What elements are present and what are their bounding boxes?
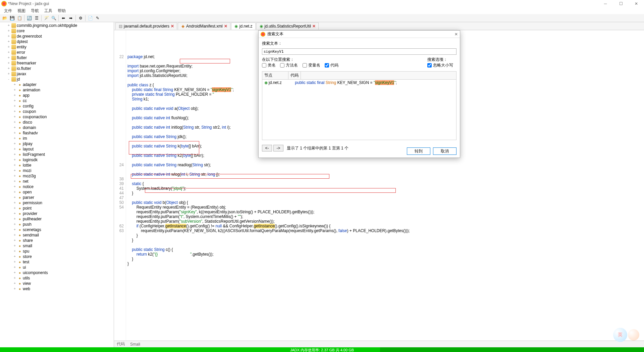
- save-icon[interactable]: 💾: [9, 15, 15, 21]
- menu-nav[interactable]: 导航: [28, 7, 42, 14]
- minimize-button[interactable]: ─: [598, 0, 613, 7]
- sync-icon[interactable]: 🔄: [26, 15, 33, 21]
- tree-item[interactable]: +store: [0, 254, 114, 259]
- tree-item[interactable]: +adapter: [0, 82, 114, 87]
- assistant-widget[interactable]: 英: [610, 325, 641, 342]
- search-label: 搜索文本：: [262, 41, 457, 46]
- tree-item[interactable]: +uicomponents: [0, 270, 114, 275]
- tree-item[interactable]: +web: [0, 286, 114, 292]
- titlebar: *New Project - jadx-gui ─ ☐ ✕: [0, 0, 644, 7]
- chk-method[interactable]: [280, 63, 284, 68]
- tree-item[interactable]: +freemarker: [0, 60, 114, 66]
- tree-item[interactable]: +scenetags: [0, 227, 114, 232]
- close-icon[interactable]: ✕: [171, 24, 174, 29]
- tree-item[interactable]: +sendmail: [0, 232, 114, 238]
- tree-item[interactable]: +listFragment: [0, 152, 114, 157]
- chk-var[interactable]: [303, 63, 307, 68]
- tree-item[interactable]: +jdpay: [0, 141, 114, 146]
- tree-item[interactable]: +small: [0, 243, 114, 249]
- prev-result-button[interactable]: <-: [262, 145, 272, 151]
- menu-file[interactable]: 文件: [1, 7, 15, 14]
- tree-item[interactable]: +io.flutter: [0, 66, 114, 71]
- tree-item[interactable]: +domain: [0, 125, 114, 130]
- close-button[interactable]: ✕: [629, 0, 644, 7]
- tree-item[interactable]: +couponaction: [0, 114, 114, 120]
- maximize-button[interactable]: ☐: [613, 0, 629, 7]
- editor-tab[interactable]: ▤javamail.default.providers✕: [115, 23, 177, 30]
- tree-item[interactable]: +dptest: [0, 39, 114, 44]
- tree-item[interactable]: +spu: [0, 249, 114, 254]
- next-result-button[interactable]: ->: [273, 145, 283, 151]
- toolbar: 📂 💾 📋 🔄 ☰ 🪄 🔍 ⬅ ➡ ⚙ 📄 ✎: [0, 14, 644, 22]
- cancel-button[interactable]: 取消: [433, 147, 457, 155]
- tree-item[interactable]: +utils: [0, 275, 114, 281]
- menu-view[interactable]: 视图: [15, 7, 28, 14]
- tree-item[interactable]: +app: [0, 93, 114, 98]
- tree-item[interactable]: -jd: [0, 77, 114, 82]
- tree-item[interactable]: +pullheader: [0, 216, 114, 222]
- back-icon[interactable]: ⬅: [60, 15, 67, 21]
- list-icon[interactable]: ☰: [33, 15, 40, 21]
- tree-item[interactable]: +ui: [0, 265, 114, 270]
- class-icon: ◉: [264, 80, 268, 85]
- tree-item[interactable]: +provider: [0, 211, 114, 216]
- open-icon[interactable]: 📂: [1, 15, 8, 21]
- tree-item[interactable]: +lottie: [0, 163, 114, 168]
- tree-item[interactable]: +point: [0, 206, 114, 211]
- tree-item[interactable]: +config: [0, 103, 114, 109]
- goto-button[interactable]: 转到: [407, 147, 430, 155]
- result-list[interactable]: ◉jd.net.z public static final String KEY…: [262, 80, 457, 140]
- chk-code[interactable]: [325, 63, 329, 68]
- save-all-icon[interactable]: 📋: [16, 15, 23, 21]
- editor-tab[interactable]: ◉jd.utils.StatisticsReportUtil✕: [256, 23, 319, 30]
- editor-tab[interactable]: ◈AndroidManifest.xml✕: [178, 23, 230, 30]
- edit-icon[interactable]: ✎: [94, 15, 101, 21]
- tree-item[interactable]: +coupon: [0, 109, 114, 114]
- tree-item[interactable]: +im: [0, 136, 114, 141]
- tree-item[interactable]: +commlib.jingming.com.okhttpglide: [0, 23, 114, 28]
- tree-item[interactable]: +de.greenrobot: [0, 34, 114, 39]
- editor-tab[interactable]: ◉jd.net.z: [231, 23, 256, 30]
- log-icon[interactable]: 📄: [87, 15, 94, 21]
- tree-item[interactable]: +push: [0, 222, 114, 227]
- tree-item[interactable]: +loginsdk: [0, 157, 114, 163]
- tree-item[interactable]: +layout: [0, 146, 114, 152]
- settings-icon[interactable]: ⚙: [77, 15, 84, 21]
- tree-item[interactable]: +mozi: [0, 168, 114, 173]
- tree-item[interactable]: +flashadv: [0, 130, 114, 136]
- tree-item[interactable]: +notice: [0, 184, 114, 189]
- forward-icon[interactable]: ➡: [67, 15, 74, 21]
- tree-item[interactable]: +permission: [0, 200, 114, 206]
- tree-item[interactable]: +javax: [0, 71, 114, 77]
- tree-item[interactable]: +share: [0, 238, 114, 243]
- tab-smali[interactable]: Smali: [130, 342, 140, 347]
- tree-item[interactable]: +error: [0, 50, 114, 55]
- chk-ignore-case[interactable]: [427, 63, 432, 68]
- package-tree[interactable]: +commlib.jingming.com.okhttpglide+core+d…: [0, 22, 114, 347]
- tree-item[interactable]: +entity: [0, 44, 114, 50]
- tab-code[interactable]: 代码: [117, 341, 125, 347]
- chk-class[interactable]: [262, 63, 266, 68]
- tree-item[interactable]: +mozi3g: [0, 173, 114, 179]
- tree-item[interactable]: +net: [0, 179, 114, 184]
- tree-item[interactable]: +disco: [0, 120, 114, 125]
- tree-item[interactable]: +animation: [0, 87, 114, 93]
- tree-item[interactable]: +cc: [0, 98, 114, 103]
- tree-item[interactable]: +parser: [0, 195, 114, 200]
- search-icon[interactable]: 🔍: [50, 15, 57, 21]
- tree-item[interactable]: +open: [0, 189, 114, 195]
- window-title: *New Project - jadx-gui: [8, 1, 49, 6]
- tree-item[interactable]: +view: [0, 281, 114, 286]
- wand-icon[interactable]: 🪄: [43, 15, 50, 21]
- menu-tools[interactable]: 工具: [42, 7, 55, 14]
- tree-item[interactable]: +flutter: [0, 55, 114, 60]
- tree-item[interactable]: +test: [0, 259, 114, 265]
- menu-help[interactable]: 帮助: [55, 7, 68, 14]
- tree-item[interactable]: +core: [0, 28, 114, 34]
- close-icon[interactable]: ✕: [224, 24, 227, 29]
- result-row[interactable]: ◉jd.net.z public static final String KEY…: [262, 80, 456, 86]
- bottom-tabs: 代码 Smali: [114, 341, 644, 347]
- search-input[interactable]: [262, 48, 457, 55]
- dialog-close-button[interactable]: ✕: [454, 32, 458, 37]
- close-icon[interactable]: ✕: [312, 24, 316, 29]
